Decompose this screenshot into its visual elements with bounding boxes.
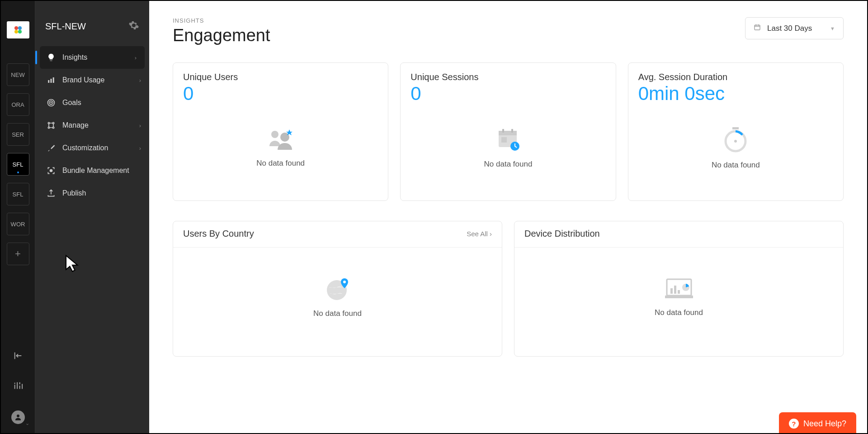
metric-value: 0 [410,83,605,104]
svg-point-3 [18,30,22,33]
sidebar-item-label: Manage [62,121,89,129]
sidebar-item-customization[interactable]: Customization › [35,137,149,159]
card-unique-sessions: Unique Sessions 0 No data found [400,62,616,201]
page-title: Engagement [173,26,270,45]
sidebar-title: SFL-NEW [45,21,86,32]
svg-rect-39 [670,288,673,294]
sidebar-item-manage[interactable]: Manage › [35,114,149,137]
breadcrumb: INSIGHTS [173,17,270,24]
card-title: Users By Country [183,229,254,239]
svg-point-1 [18,26,22,30]
rail-tile-label: NEW [11,72,24,78]
rail-tile-new[interactable]: NEW [7,63,29,86]
rail-tile-label: SFL [13,161,24,168]
rail-add-button[interactable]: + [7,243,29,265]
card-title: Unique Sessions [410,72,605,82]
sidebar-item-label: Publish [62,189,86,197]
svg-rect-40 [674,286,676,294]
sidebar-item-bundle-management[interactable]: Bundle Management › [35,159,149,182]
card-users-by-country: Users By Country See All › No data found [173,221,502,357]
duration-empty-icon [722,126,749,154]
sidebar-item-label: Customization [62,144,108,152]
sessions-empty-icon [496,127,520,153]
main-content: INSIGHTS Engagement Last 30 Days ▼ Uniqu… [149,1,867,433]
svg-point-17 [48,122,49,124]
calendar-icon [754,24,761,33]
bulb-icon [46,52,56,62]
card-avg-session: Avg. Session Duration 0min 0sec No data … [628,62,844,201]
svg-rect-13 [53,77,54,83]
empty-label: No data found [256,159,305,168]
metric-value: 0min 0sec [638,83,833,104]
svg-point-19 [48,127,49,128]
sidebar-item-label: Bundle Management [62,167,129,175]
empty-label: No data found [712,161,760,170]
sidebar-item-brand-usage[interactable]: Brand Usage › [35,69,149,91]
equalizer-icon[interactable] [13,381,23,392]
svg-rect-32 [732,127,739,129]
date-range-label: Last 30 Days [767,24,812,33]
target-icon [46,98,56,108]
svg-rect-6 [17,382,18,389]
svg-rect-11 [48,80,49,83]
sidebar-item-publish[interactable]: Publish › [35,182,149,205]
plus-icon: + [15,248,21,260]
company-logo[interactable] [7,21,29,38]
sidebar-item-label: Goals [62,99,81,107]
svg-rect-29 [511,129,513,133]
rail-tile-label: SER [12,131,24,138]
card-title: Unique Users [183,72,378,82]
chevron-right-icon: › [139,77,141,84]
card-title: Avg. Session Duration [638,72,833,82]
see-all-link[interactable]: See All › [467,230,492,238]
scan-icon [46,166,56,176]
rail-tile-ser[interactable]: SER [7,123,29,146]
rail-tile-label: ORA [11,101,24,108]
gear-icon[interactable] [128,20,139,33]
svg-point-34 [734,140,737,143]
date-range-picker[interactable]: Last 30 Days ▼ [745,17,844,39]
svg-rect-30 [501,137,507,143]
sidebar-item-goals[interactable]: Goals › [35,91,149,114]
svg-rect-4 [14,385,15,389]
chevron-right-icon: › [139,122,141,129]
metric-value: 0 [183,83,378,104]
chevron-right-icon: › [139,145,141,152]
svg-rect-22 [755,25,760,30]
svg-rect-28 [502,129,504,133]
rail-tile-label: SFL [13,191,24,198]
empty-label: No data found [313,309,362,318]
rail-tile-label: WOR [11,221,25,228]
collapse-icon[interactable] [13,351,23,362]
svg-point-0 [14,26,18,30]
rail-tile-wor[interactable]: WOR [7,213,29,235]
device-empty-icon [664,277,694,302]
svg-point-21 [50,170,52,172]
need-help-button[interactable]: ? Need Help? [779,412,856,433]
svg-rect-27 [499,131,517,135]
svg-rect-12 [51,79,52,83]
app-rail: NEW ORA SER SFL SFL WOR + [1,1,35,433]
svg-rect-9 [22,384,23,389]
rail-tile-ora[interactable]: ORA [7,93,29,116]
svg-rect-8 [19,382,20,385]
rail-tile-sfl-active[interactable]: SFL [7,153,29,176]
brush-icon [46,143,56,153]
svg-rect-7 [19,386,20,389]
rail-tile-sfl[interactable]: SFL [7,183,29,205]
card-title: Device Distribution [524,229,600,239]
globe-empty-icon [324,277,351,303]
svg-point-2 [14,30,18,33]
svg-point-36 [343,281,346,283]
user-avatar[interactable] [11,410,25,424]
svg-point-16 [51,102,52,103]
sidebar-item-insights[interactable]: Insights › [40,46,145,69]
upload-icon [46,188,56,198]
question-icon: ? [789,419,799,429]
svg-point-20 [52,127,54,128]
svg-rect-38 [665,296,693,298]
users-empty-icon [267,128,295,153]
chevron-right-icon: › [135,54,137,61]
card-device-distribution: Device Distribution No data found [514,221,844,357]
empty-label: No data found [484,160,533,169]
